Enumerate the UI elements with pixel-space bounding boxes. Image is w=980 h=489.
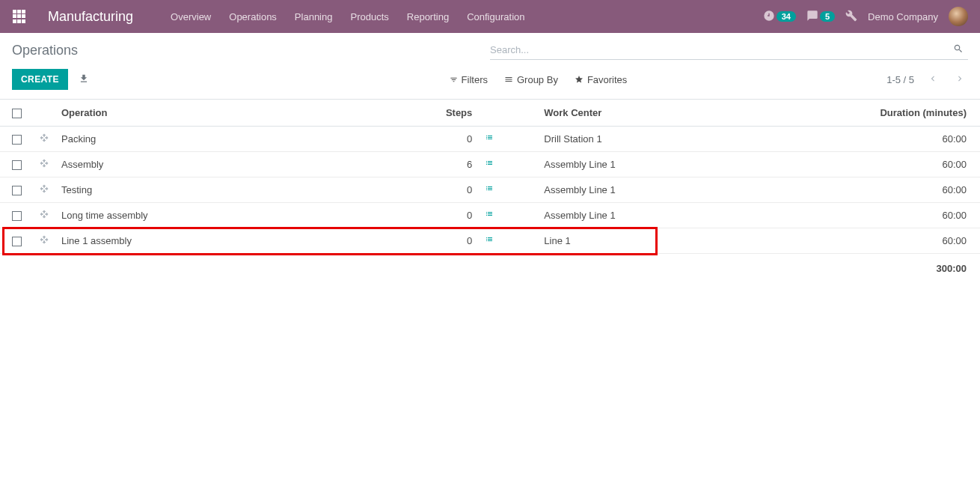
groupby-label: Group By: [517, 74, 558, 85]
header-operation[interactable]: Operation: [55, 100, 418, 127]
select-all-checkbox[interactable]: [12, 109, 22, 118]
activities-button[interactable]: 34: [763, 10, 796, 24]
row-checkbox[interactable]: [12, 211, 22, 221]
menu-configuration[interactable]: Configuration: [459, 7, 532, 27]
row-checkbox[interactable]: [12, 186, 22, 195]
cell-operation: Testing: [55, 177, 418, 203]
row-checkbox[interactable]: [12, 160, 22, 170]
drag-handle-icon[interactable]: [33, 203, 55, 228]
pager-prev-icon[interactable]: [925, 70, 941, 89]
filters-label: Filters: [462, 74, 488, 85]
table-row[interactable]: Packing0Drill Station 160:00: [0, 127, 980, 152]
view-list-icon[interactable]: [484, 235, 494, 246]
menu-planning[interactable]: Planning: [287, 7, 340, 27]
cell-duration: 60:00: [845, 127, 980, 152]
drag-handle-icon[interactable]: [33, 177, 55, 203]
cell-steps: 0: [418, 203, 478, 228]
cell-work-center: Assembly Line 1: [538, 203, 845, 228]
cell-operation: Line 1 assembly: [55, 228, 418, 254]
list-view: Operation Steps Work Center Duration (mi…: [0, 100, 980, 282]
chat-icon: [806, 10, 818, 24]
table-row[interactable]: Assembly6Assembly Line 160:00: [0, 152, 980, 177]
cell-duration: 60:00: [845, 177, 980, 203]
menu-products[interactable]: Products: [343, 7, 396, 27]
clock-icon: [763, 10, 775, 24]
cell-work-center: Drill Station 1: [538, 127, 845, 152]
pager-next-icon[interactable]: [952, 70, 968, 89]
cell-duration: 60:00: [845, 228, 980, 254]
cell-operation: Long time assembly: [55, 203, 418, 228]
total-duration: 300:00: [845, 254, 980, 282]
cell-duration: 60:00: [845, 152, 980, 177]
view-list-icon[interactable]: [484, 210, 494, 221]
cell-steps: 6: [418, 152, 478, 177]
header-duration[interactable]: Duration (minutes): [845, 100, 980, 127]
header-steps[interactable]: Steps: [418, 100, 478, 127]
control-panel: Operations CREATE Filters Group By: [0, 33, 980, 100]
import-icon[interactable]: [79, 73, 89, 86]
top-navbar: Manufacturing Overview Operations Planni…: [0, 0, 980, 33]
menu-reporting[interactable]: Reporting: [399, 7, 456, 27]
search-icon[interactable]: [949, 43, 968, 56]
search-input[interactable]: [490, 44, 949, 55]
apps-icon[interactable]: [12, 9, 27, 24]
row-checkbox[interactable]: [12, 135, 22, 145]
drag-handle-icon[interactable]: [33, 127, 55, 152]
main-menu: Overview Operations Planning Products Re…: [163, 7, 763, 27]
create-button[interactable]: CREATE: [12, 69, 68, 90]
cell-work-center: Line 1: [538, 228, 845, 254]
drag-handle-icon[interactable]: [33, 228, 55, 254]
developer-tools-icon[interactable]: [845, 10, 857, 24]
filters-button[interactable]: Filters: [450, 74, 488, 85]
messages-button[interactable]: 5: [806, 10, 835, 24]
pager-text[interactable]: 1-5 / 5: [886, 74, 914, 85]
row-checkbox[interactable]: [12, 237, 22, 246]
groupby-button[interactable]: Group By: [504, 74, 558, 85]
cell-steps: 0: [418, 228, 478, 254]
header-work-center[interactable]: Work Center: [538, 100, 845, 127]
favorites-button[interactable]: Favorites: [575, 74, 627, 85]
favorites-label: Favorites: [587, 74, 627, 85]
cell-operation: Assembly: [55, 152, 418, 177]
table-row[interactable]: Testing0Assembly Line 160:00: [0, 177, 980, 203]
operations-table: Operation Steps Work Center Duration (mi…: [0, 100, 980, 282]
nav-right: 34 5 Demo Company: [763, 7, 968, 26]
cell-operation: Packing: [55, 127, 418, 152]
table-row[interactable]: Line 1 assembly0Line 160:00: [0, 228, 980, 254]
company-switcher[interactable]: Demo Company: [868, 11, 938, 22]
view-list-icon[interactable]: [484, 159, 494, 170]
user-avatar[interactable]: [949, 7, 968, 26]
menu-operations[interactable]: Operations: [221, 7, 284, 27]
cell-steps: 0: [418, 127, 478, 152]
search-bar[interactable]: [490, 40, 968, 60]
cell-steps: 0: [418, 177, 478, 203]
breadcrumb: Operations: [12, 43, 490, 58]
activities-badge: 34: [777, 11, 796, 22]
app-brand[interactable]: Manufacturing: [48, 9, 133, 25]
drag-handle-icon[interactable]: [33, 152, 55, 177]
table-row[interactable]: Long time assembly0Assembly Line 160:00: [0, 203, 980, 228]
cell-work-center: Assembly Line 1: [538, 177, 845, 203]
cell-duration: 60:00: [845, 203, 980, 228]
messages-badge: 5: [820, 11, 835, 22]
menu-overview[interactable]: Overview: [163, 7, 218, 27]
cell-work-center: Assembly Line 1: [538, 152, 845, 177]
view-list-icon[interactable]: [484, 184, 494, 195]
view-list-icon[interactable]: [484, 133, 494, 145]
